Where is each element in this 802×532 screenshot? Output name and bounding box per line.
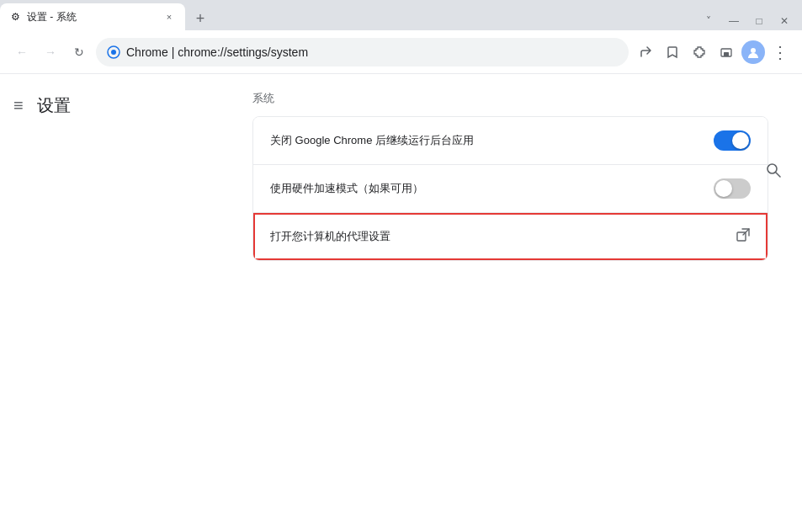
toggle-thumb-off: [715, 180, 732, 197]
share-button[interactable]: [634, 40, 657, 64]
menu-button[interactable]: ⋮: [768, 40, 792, 64]
active-tab[interactable]: ⚙ 设置 - 系统 ×: [0, 3, 185, 30]
svg-rect-3: [724, 52, 729, 56]
toolbar: ← → ↻ Chrome | chrome://settings/system: [0, 30, 802, 74]
window-controls: ˅ — □ ✕: [691, 12, 802, 30]
settings-card: 关闭 Google Chrome 后继续运行后台应用 使用硬件加速模式（如果可用…: [252, 116, 768, 261]
address-text: Chrome | chrome://settings/system: [126, 45, 619, 59]
hardware-accel-toggle[interactable]: [714, 178, 751, 199]
tab-strip: ⚙ 设置 - 系统 × +: [0, 0, 212, 30]
background-apps-label: 关闭 Google Chrome 后继续运行后台应用: [270, 133, 714, 148]
page-search-button[interactable]: [762, 158, 785, 182]
sidebar-header: ≡ 设置: [0, 88, 219, 124]
section-title: 系统: [252, 91, 768, 106]
address-brand: Chrome: [126, 45, 168, 59]
proxy-settings-label: 打开您计算机的代理设置: [270, 229, 736, 244]
background-apps-toggle[interactable]: [714, 130, 751, 151]
external-link-icon: [736, 227, 751, 246]
main-wrapper: 系统 关闭 Google Chrome 后继续运行后台应用 使用硬件加速模式（如…: [219, 74, 802, 532]
tab-title: 设置 - 系统: [27, 10, 157, 24]
menu-icon[interactable]: ≡: [13, 96, 24, 115]
page-body: ≡ 设置 系统 关闭 Google Chrome 后继续运行后台应用: [0, 74, 802, 532]
toolbar-icons: ⋮: [634, 40, 792, 64]
forward-button[interactable]: →: [39, 40, 62, 64]
tab-favicon: ⚙: [8, 10, 22, 24]
cast-button[interactable]: [714, 40, 738, 64]
proxy-settings-row[interactable]: 打开您计算机的代理设置: [253, 213, 767, 260]
restore-button[interactable]: □: [748, 12, 770, 30]
extension-button[interactable]: [688, 40, 711, 64]
hardware-accel-label: 使用硬件加速模式（如果可用）: [270, 181, 714, 196]
svg-point-5: [751, 48, 756, 53]
tab-close-button[interactable]: ×: [162, 9, 177, 24]
refresh-button[interactable]: ↻: [67, 40, 91, 64]
bookmark-button[interactable]: [661, 40, 684, 64]
svg-point-1: [111, 50, 116, 55]
main-content: 系统 关闭 Google Chrome 后继续运行后台应用 使用硬件加速模式（如…: [219, 74, 802, 278]
chevron-down-button[interactable]: ˅: [698, 12, 720, 30]
svg-point-6: [767, 164, 777, 173]
address-bar[interactable]: Chrome | chrome://settings/system: [96, 38, 629, 66]
address-security-icon: [106, 45, 121, 60]
close-button[interactable]: ✕: [773, 12, 795, 30]
minimize-button[interactable]: —: [723, 12, 745, 30]
background-apps-row: 关闭 Google Chrome 后继续运行后台应用: [253, 117, 767, 165]
titlebar: ⚙ 设置 - 系统 × + ˅ — □ ✕: [0, 0, 802, 30]
profile-button[interactable]: [741, 40, 765, 64]
toggle-thumb-on: [732, 132, 749, 149]
back-button[interactable]: ←: [10, 40, 34, 64]
address-url: chrome://settings/system: [178, 45, 308, 59]
sidebar: ≡ 设置: [0, 74, 219, 532]
new-tab-button[interactable]: +: [189, 7, 212, 30]
svg-line-7: [776, 173, 780, 177]
hardware-accel-row: 使用硬件加速模式（如果可用）: [253, 165, 767, 213]
settings-title: 设置: [37, 94, 71, 117]
